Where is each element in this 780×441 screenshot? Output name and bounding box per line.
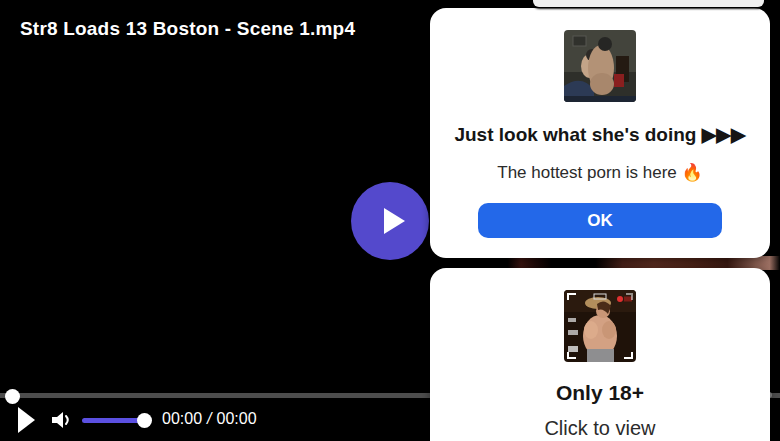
ad-heading: Just look what she's doing ▶▶▶ bbox=[430, 123, 770, 146]
ok-button[interactable]: OK bbox=[478, 203, 722, 238]
control-play-button[interactable] bbox=[18, 407, 37, 433]
video-page: Str8 Loads 13 Boston - Scene 1.mp4 00:00… bbox=[0, 0, 780, 441]
volume-slider-thumb[interactable] bbox=[137, 413, 152, 428]
play-icon bbox=[384, 208, 405, 234]
time-display: 00:00/00:00 bbox=[162, 410, 257, 428]
video-title: Str8 Loads 13 Boston - Scene 1.mp4 bbox=[20, 18, 355, 40]
big-play-button[interactable] bbox=[351, 182, 429, 260]
ad-thumbnail-webcam[interactable] bbox=[564, 30, 636, 102]
seek-bar-thumb[interactable] bbox=[5, 389, 20, 404]
duration: 00:00 bbox=[217, 410, 257, 427]
ad-popup-top: Just look what she's doing ▶▶▶ The hotte… bbox=[430, 8, 770, 258]
volume-button[interactable] bbox=[49, 408, 73, 432]
ad-popup-bottom[interactable]: Only 18+ Click to view bbox=[430, 268, 770, 441]
ad-thumbnail-camera[interactable] bbox=[564, 290, 636, 362]
time-separator: / bbox=[202, 410, 216, 427]
camera-recording-image bbox=[564, 290, 636, 362]
click-to-view-link[interactable]: Click to view bbox=[430, 417, 770, 440]
webcam-couple-image bbox=[564, 30, 636, 102]
current-time: 00:00 bbox=[162, 410, 202, 427]
speaker-icon bbox=[49, 408, 73, 432]
ad-subtext: The hottest porn is here 🔥 bbox=[430, 162, 770, 183]
age-heading: Only 18+ bbox=[430, 381, 770, 405]
stacked-popup-edge[interactable] bbox=[533, 0, 764, 7]
volume-slider[interactable] bbox=[82, 418, 145, 423]
